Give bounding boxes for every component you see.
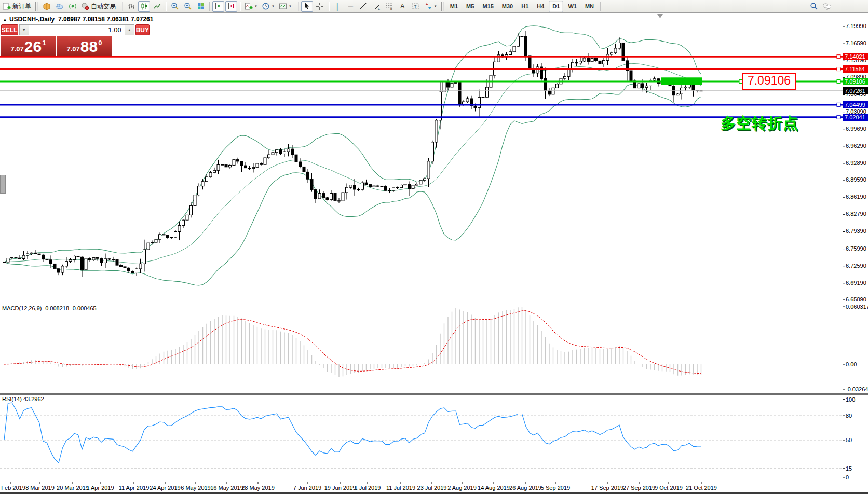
toolbar-grip[interactable]	[441, 2, 444, 11]
date-axis[interactable]: 6 Feb 20198 Mar 201920 Mar 20191 Apr 201…	[0, 482, 868, 492]
collapse-panel-icon[interactable]: ▲	[3, 17, 7, 22]
timeframe-m15-button[interactable]: M15	[479, 1, 497, 12]
chart-shift-button[interactable]	[225, 1, 237, 12]
text-button[interactable]: A	[397, 1, 409, 12]
chart-shift-icon	[227, 2, 236, 10]
rsi-line	[4, 403, 701, 463]
timeframe-bar: M1M5M15M30H1H4D1W1MN	[446, 1, 598, 12]
zoom-out-button[interactable]	[182, 1, 194, 12]
buy-button[interactable]: BUY	[135, 24, 150, 35]
candle-body	[361, 183, 364, 189]
line-anchor[interactable]	[837, 115, 840, 119]
cursor-button[interactable]	[301, 1, 313, 12]
timeframe-d1-button[interactable]: D1	[549, 1, 563, 12]
chart-shift-marker[interactable]	[657, 14, 663, 18]
sell-quote[interactable]: 7.07 26 1	[1, 36, 56, 56]
level-price-callout[interactable]: 7.09106	[742, 73, 796, 90]
sell-button[interactable]: SELL	[1, 24, 18, 35]
timeframe-h4-button[interactable]: H4	[533, 1, 548, 12]
main-toolbar: 新订单 自动交易 ▼ ▼	[0, 0, 868, 13]
auto-scroll-button[interactable]	[212, 1, 224, 12]
search-button[interactable]	[808, 1, 820, 12]
candle-body	[100, 258, 103, 263]
line-anchor[interactable]	[837, 80, 840, 84]
axis-label: 26 Aug 2019	[509, 485, 541, 491]
fibonacci-button[interactable]: F	[384, 1, 396, 12]
candle-body	[517, 36, 520, 46]
main-plot[interactable]	[3, 26, 703, 285]
candle-body	[46, 259, 48, 260]
macd-plot[interactable]	[4, 307, 701, 377]
vertical-line-button[interactable]: │	[332, 1, 344, 12]
chevron-down-icon: ▼	[289, 5, 292, 8]
bar-chart-icon	[127, 2, 135, 10]
cn-annotation[interactable]: 多空转折点	[721, 113, 798, 134]
volume-input[interactable]	[29, 25, 125, 35]
candle-body	[431, 142, 434, 161]
line-anchor[interactable]	[837, 103, 840, 106]
bollinger-middle	[4, 63, 701, 263]
candle-body	[206, 177, 208, 182]
arrows-button[interactable]: ▼	[423, 1, 439, 12]
text-label-button[interactable]: T	[410, 1, 422, 12]
line-anchor[interactable]	[837, 67, 840, 71]
volume-decrease-button[interactable]: ▼	[20, 25, 29, 35]
candle-body	[252, 167, 255, 168]
candle-body	[474, 106, 477, 107]
auto-trading-button[interactable]: 自动交易	[79, 1, 117, 12]
chat-button[interactable]	[821, 1, 833, 12]
equidistant-channel-button[interactable]: E	[371, 1, 383, 12]
candle-body	[595, 58, 598, 61]
bar-chart-button[interactable]	[125, 1, 137, 12]
candle-body	[575, 62, 578, 63]
fibonacci-icon: F	[385, 2, 394, 10]
periods-button[interactable]: ▼	[260, 1, 276, 12]
rsi-plot[interactable]	[0, 403, 843, 469]
horizontal-line-button[interactable]: ─	[345, 1, 357, 12]
crosshair-button[interactable]	[314, 1, 326, 12]
toolbar-grip[interactable]	[120, 2, 123, 11]
axis-label: 6.75990	[846, 245, 866, 252]
auto-trading-icon	[81, 2, 89, 10]
timeframe-w1-button[interactable]: W1	[564, 1, 580, 12]
line-anchor[interactable]	[837, 55, 840, 59]
buy-quote[interactable]: 7.07 88 0	[57, 36, 112, 56]
candle-body	[676, 94, 679, 95]
timeframe-h1-button[interactable]: H1	[518, 1, 532, 12]
cloud-button[interactable]	[53, 1, 65, 12]
axis-label: 9 Oct 2019	[655, 485, 683, 491]
candle-body	[583, 58, 586, 61]
axis-label: 27 Sep 2019	[623, 485, 655, 491]
candle-body	[521, 36, 523, 37]
price-chart-canvas[interactable]	[0, 0, 868, 494]
search-icon	[810, 2, 818, 10]
candle-body	[186, 215, 188, 220]
vertical-line-icon: │	[335, 3, 340, 10]
candlestick-chart-button[interactable]	[138, 1, 150, 12]
timeframe-m1-button[interactable]: M1	[446, 1, 462, 12]
trendline-icon	[359, 2, 368, 10]
zoom-in-button[interactable]	[169, 1, 181, 12]
timeframe-mn-button[interactable]: MN	[581, 1, 598, 12]
volume-increase-button[interactable]: ▲	[125, 25, 134, 35]
candle-body	[591, 58, 593, 61]
line-chart-button[interactable]	[151, 1, 163, 12]
horizontal-line-icon: ─	[348, 3, 353, 10]
axis-label: 6.82790	[846, 211, 866, 217]
signals-button[interactable]	[66, 1, 78, 12]
trendline-button[interactable]	[358, 1, 370, 12]
tile-windows-button[interactable]	[195, 1, 207, 12]
book-button[interactable]	[40, 1, 52, 12]
indicators-button[interactable]: ▼	[243, 1, 259, 12]
candle-body	[357, 189, 360, 190]
toolbar-grip[interactable]	[296, 2, 299, 11]
candle-body	[684, 87, 687, 88]
templates-button[interactable]: ▼	[277, 1, 293, 12]
object-handle[interactable]	[0, 175, 6, 194]
timeframe-m5-button[interactable]: M5	[463, 1, 478, 12]
toolbar-grip[interactable]	[35, 2, 38, 11]
candle-body	[151, 242, 154, 243]
timeframe-m30-button[interactable]: M30	[498, 1, 517, 12]
candle-body	[108, 259, 111, 259]
new-order-button[interactable]: 新订单	[1, 1, 33, 12]
